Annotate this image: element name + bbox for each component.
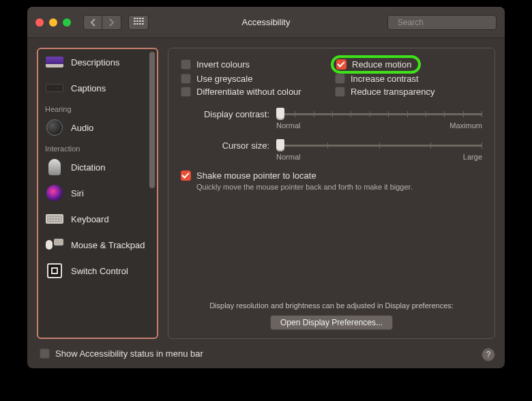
open-display-preferences-button[interactable]: Open Display Preferences... <box>270 315 393 330</box>
slider-max-label: Large <box>463 153 482 161</box>
sidebar-item-label: Audio <box>71 123 93 133</box>
slider-min-label: Normal <box>276 121 300 130</box>
captions-icon <box>45 81 64 95</box>
sidebar-heading-interaction: Interaction <box>38 140 157 154</box>
window-title: Accessibility <box>242 17 291 27</box>
back-button[interactable] <box>83 15 102 30</box>
sidebar-item-descriptions[interactable]: Descriptions <box>38 49 157 75</box>
display-footer-note: Display resolution and brightness can be… <box>181 301 482 310</box>
use-greyscale-checkbox[interactable] <box>181 74 191 84</box>
cursor-size-block: Cursor size: Normal Large <box>181 139 482 161</box>
sidebar-heading-hearing: Hearing <box>38 101 157 115</box>
increase-contrast-row[interactable]: Increase contrast <box>335 74 482 84</box>
keyboard-icon <box>45 212 64 226</box>
diff-without-colour-row[interactable]: Differentiate without colour <box>181 87 328 97</box>
sidebar-item-switch-control[interactable]: Switch Control <box>38 258 157 284</box>
increase-contrast-checkbox[interactable] <box>335 74 345 84</box>
maximize-icon[interactable] <box>63 18 71 27</box>
cursor-size-slider[interactable] <box>276 139 482 151</box>
audio-icon <box>45 121 64 134</box>
sidebar-item-dictation[interactable]: Dictation <box>38 154 157 180</box>
invert-colours-row[interactable]: Invert colours <box>181 58 328 71</box>
shake-pointer-sub: Quickly move the mouse pointer back and … <box>196 183 413 191</box>
chevron-right-icon <box>108 18 115 27</box>
checkbox-label: Show Accessibility status in menu bar <box>55 348 203 359</box>
sidebar-item-label: Switch Control <box>71 266 128 276</box>
search-input[interactable] <box>398 18 500 27</box>
sidebar-item-mouse-trackpad[interactable]: Mouse & Trackpad <box>38 232 157 258</box>
slider-max-label: Maximum <box>449 121 482 130</box>
display-contrast-block: Display contrast: Normal Maximum <box>181 108 482 130</box>
titlebar: Accessibility <box>27 7 505 38</box>
sidebar-item-label: Captions <box>71 83 106 93</box>
main-panel: Invert colours Reduce motion Use greysca… <box>168 48 495 339</box>
reduce-transparency-checkbox[interactable] <box>335 87 345 97</box>
menubar-status-checkbox[interactable] <box>40 348 50 359</box>
sidebar-item-siri[interactable]: Siri <box>38 180 157 206</box>
shake-pointer-row[interactable]: Shake mouse pointer to locate Quickly mo… <box>181 170 482 191</box>
display-contrast-label: Display contrast: <box>181 109 269 119</box>
nav-buttons <box>83 15 121 30</box>
shake-pointer-checkbox[interactable] <box>181 170 191 181</box>
cursor-size-label: Cursor size: <box>181 140 269 151</box>
diff-without-colour-checkbox[interactable] <box>181 87 191 97</box>
sidebar-item-captions[interactable]: Captions <box>38 75 157 101</box>
chevron-left-icon <box>90 18 96 27</box>
checkbox-label: Shake mouse pointer to locate <box>196 170 413 181</box>
checkbox-label: Use greyscale <box>196 74 252 84</box>
checkbox-label: Invert colours <box>196 59 250 70</box>
checkbox-grid: Invert colours Reduce motion Use greysca… <box>181 58 482 97</box>
checkbox-label: Increase contrast <box>351 74 419 84</box>
checkbox-label: Differentiate without colour <box>196 87 301 97</box>
sidebar: Descriptions Captions Hearing Audio Inte… <box>37 48 158 339</box>
sidebar-item-label: Keyboard <box>71 214 109 224</box>
checkbox-label: Reduce transparency <box>351 87 435 97</box>
sidebar-item-audio[interactable]: Audio <box>38 115 157 140</box>
switch-control-icon <box>45 264 64 278</box>
checkbox-label: Reduce motion <box>352 59 411 70</box>
minimize-icon[interactable] <box>49 18 57 27</box>
slider-min-label: Normal <box>276 153 300 161</box>
forward-button[interactable] <box>102 15 121 30</box>
sidebar-item-label: Descriptions <box>71 57 120 68</box>
sidebar-scrollbar[interactable] <box>149 50 156 336</box>
display-contrast-slider[interactable] <box>276 108 482 120</box>
use-greyscale-row[interactable]: Use greyscale <box>181 74 328 84</box>
show-all-button[interactable] <box>128 15 149 30</box>
invert-colours-checkbox[interactable] <box>181 59 191 70</box>
mouse-trackpad-icon <box>45 238 64 252</box>
bottom-row: Show Accessibility status in menu bar ? <box>27 348 505 368</box>
close-icon[interactable] <box>35 18 44 27</box>
reduce-motion-row[interactable]: Reduce motion <box>335 58 482 71</box>
scrollbar-thumb[interactable] <box>149 52 155 188</box>
dictation-icon <box>45 160 64 174</box>
grid-icon <box>134 18 143 27</box>
sidebar-item-label: Mouse & Trackpad <box>71 240 145 250</box>
reduce-transparency-row[interactable]: Reduce transparency <box>335 87 482 97</box>
help-button[interactable]: ? <box>482 348 495 361</box>
help-icon: ? <box>486 350 491 359</box>
reduce-motion-highlight: Reduce motion <box>331 55 421 74</box>
sidebar-item-label: Siri <box>71 188 84 198</box>
reduce-motion-checkbox[interactable] <box>336 59 346 70</box>
content-area: Descriptions Captions Hearing Audio Inte… <box>27 38 505 348</box>
sidebar-item-keyboard[interactable]: Keyboard <box>38 206 157 232</box>
accessibility-window: Accessibility Descriptions Captions Hear… <box>27 7 505 368</box>
search-field[interactable] <box>387 15 497 30</box>
sidebar-item-label: Dictation <box>71 162 106 173</box>
window-controls <box>35 18 71 27</box>
descriptions-icon <box>45 55 64 69</box>
siri-icon <box>45 186 64 200</box>
